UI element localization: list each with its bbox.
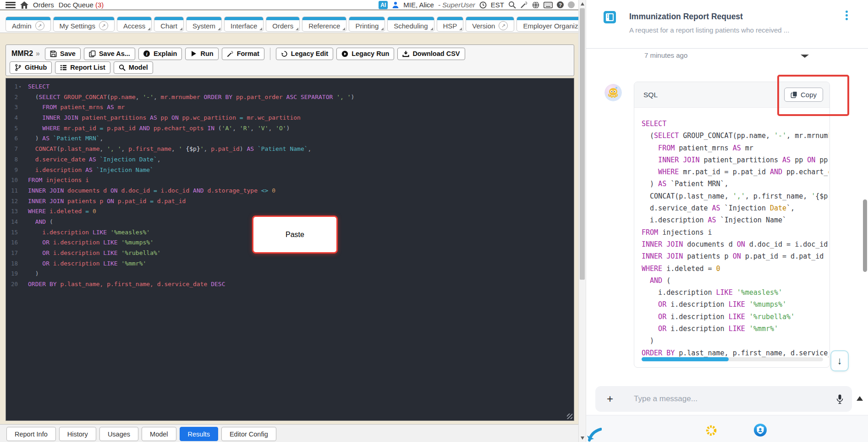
- keyboard-icon[interactable]: [544, 2, 553, 8]
- code-text: SELECT: [25, 82, 49, 92]
- breadcrumb-orders[interactable]: Orders: [33, 1, 54, 9]
- nav-tab-label: Employer Organizations: [523, 22, 578, 30]
- editor-line: 9 i.description AS `Injection Name`: [6, 165, 574, 176]
- nav-tab-reference[interactable]: Reference: [302, 17, 346, 32]
- assistant-sql-code: SELECT (SELECT GROUP_CONCAT(pp.name, '-'…: [642, 118, 829, 359]
- assistant-logo-icon[interactable]: [753, 423, 767, 437]
- nav-tab-label: Orders: [272, 22, 293, 30]
- wand-icon[interactable]: [520, 1, 528, 9]
- editor-line: 6 ) AS `Patient MRN`,: [6, 133, 574, 144]
- line-number: 17: [6, 248, 25, 259]
- nav-tab-version[interactable]: Version↗: [466, 17, 514, 32]
- code-language-label: SQL: [643, 91, 658, 99]
- message-input[interactable]: [634, 394, 836, 403]
- tab-usages[interactable]: Usages: [99, 427, 138, 441]
- collapse-caret-icon[interactable]: [801, 55, 809, 58]
- assistant-header: Immunization Report Request A request fo…: [586, 0, 868, 49]
- code-text: i.description LIKE '%measles%': [25, 227, 150, 238]
- undo-arrow-icon[interactable]: [586, 427, 602, 442]
- scroll-to-bottom-button[interactable]: ↓: [830, 350, 849, 371]
- explain-button[interactable]: iExplain: [138, 48, 182, 60]
- expand-caret-icon[interactable]: [857, 396, 863, 401]
- nav-tab-label: Reference: [308, 22, 340, 30]
- assistant-title: Immunization Report Request: [629, 12, 743, 22]
- legacy-run-button[interactable]: Legacy Run: [336, 48, 394, 60]
- nav-tab-access[interactable]: Access: [117, 17, 152, 32]
- nav-tab-orders[interactable]: Orders: [266, 17, 300, 32]
- fold-caret-icon[interactable]: ▾: [19, 82, 23, 92]
- code-text: OR i.description LIKE '%rubella%': [25, 248, 161, 259]
- user-name: MIE, Alice: [403, 1, 434, 9]
- resize-grip-icon[interactable]: [567, 414, 572, 419]
- add-attachment-button[interactable]: +: [604, 392, 615, 405]
- nav-tab-employer-organizations[interactable]: Employer Organizations↗: [516, 17, 578, 32]
- breadcrumb-doc-queue[interactable]: Doc Queue (3): [59, 1, 104, 9]
- sun-gear-icon[interactable]: [705, 424, 718, 437]
- code-text: FROM patient_mrns AS mr: [25, 102, 125, 113]
- scroll-up-icon[interactable]: [581, 2, 584, 6]
- history-icon: [281, 50, 288, 57]
- tab-history[interactable]: History: [59, 427, 96, 441]
- scrollbar-thumb[interactable]: [642, 357, 729, 361]
- code-text: OR i.description LIKE '%mumps%': [25, 238, 154, 248]
- editor-line: 1▾SELECT: [6, 82, 574, 92]
- format-button[interactable]: Format: [222, 48, 264, 60]
- editor-lines: 1▾SELECT2 (SELECT GROUP_CONCAT(pp.name, …: [6, 82, 574, 290]
- save-as-button[interactable]: Save As...: [84, 48, 135, 60]
- nav-tab-label: Printing: [355, 22, 379, 30]
- code-text: OR i.description LIKE '%mmr%': [25, 259, 146, 269]
- avatar-placeholder-icon[interactable]: [568, 1, 575, 8]
- tab-report-info[interactable]: Report Info: [6, 427, 56, 441]
- nav-tab-my-settings[interactable]: My Settings↗: [53, 17, 115, 32]
- github-button[interactable]: GitHub: [10, 61, 52, 74]
- microphone-icon[interactable]: [836, 394, 844, 404]
- editor-line: 8 d.service_date AS `Injection Date`,: [6, 155, 574, 165]
- module-tab-bar: Admin↗My Settings↗AccessChartSystemInter…: [0, 11, 578, 33]
- model-button[interactable]: Model: [114, 61, 153, 74]
- legacy-edit-button[interactable]: Legacy Edit: [276, 48, 333, 60]
- search-icon[interactable]: [508, 1, 516, 9]
- help-icon[interactable]: ?: [557, 1, 564, 8]
- nav-tab-printing[interactable]: Printing: [349, 17, 385, 32]
- nav-tab-hsp[interactable]: HSP: [437, 17, 464, 32]
- run-button[interactable]: Run: [185, 48, 218, 60]
- message-timestamp: 7 minutes ago: [644, 51, 687, 59]
- bottom-tab-bar: Report InfoHistoryUsagesModelResultsEdit…: [0, 424, 578, 442]
- save-button[interactable]: Save: [45, 48, 81, 60]
- editor-line: 20ORDER BY p.last_name, p.first_name, d.…: [6, 279, 574, 290]
- scroll-down-icon[interactable]: [581, 436, 584, 440]
- editor-line: 12INNER JOIN patients p ON p.pat_id = d.…: [6, 196, 574, 207]
- nav-tab-label: Version: [472, 22, 495, 30]
- tab-results[interactable]: Results: [180, 427, 218, 441]
- download-csv-button[interactable]: Download CSV: [397, 48, 465, 60]
- report-list-button[interactable]: Report List: [55, 61, 110, 74]
- nav-tab-interface[interactable]: Interface: [224, 17, 264, 32]
- nav-tab-scheduling[interactable]: Scheduling: [387, 17, 434, 32]
- nav-tab-chart[interactable]: Chart: [154, 17, 184, 32]
- paste-button[interactable]: Paste: [252, 215, 338, 254]
- tab-model[interactable]: Model: [142, 427, 176, 441]
- page-scrollbar[interactable]: [578, 0, 586, 442]
- code-text: ) AS `Patient MRN`,: [25, 133, 103, 144]
- home-icon[interactable]: [20, 1, 28, 9]
- code-horizontal-scrollbar[interactable]: [642, 357, 823, 361]
- kebab-menu-icon[interactable]: [846, 11, 848, 22]
- globe-icon[interactable]: [532, 1, 539, 9]
- nav-tab-label: Chart: [160, 22, 177, 30]
- tab-editor-config[interactable]: Editor Config: [221, 427, 276, 441]
- ai-badge[interactable]: AI: [379, 1, 388, 9]
- panel-scrollbar-thumb[interactable]: [863, 199, 867, 272]
- code-text: WHERE mr.pat_id = p.pat_id AND pp.echart…: [25, 123, 290, 134]
- scrollbar-thumb[interactable]: [580, 8, 585, 280]
- code-text: d.service_date AS `Injection Date`,: [25, 155, 161, 165]
- menu-icon[interactable]: [5, 2, 16, 8]
- line-number: 3: [6, 102, 25, 113]
- toolbar-row-2: GitHubReport ListModel: [10, 61, 570, 74]
- code-text: CONCAT(p.last_name, ', ', p.first_name, …: [25, 144, 311, 155]
- copy-button[interactable]: Copy: [784, 88, 823, 102]
- editor-line: 7 CONCAT(p.last_name, ', ', p.first_name…: [6, 144, 574, 155]
- list-icon: [60, 64, 67, 71]
- report-name[interactable]: MMR2»: [11, 50, 40, 58]
- nav-tab-admin[interactable]: Admin↗: [5, 17, 51, 32]
- nav-tab-system[interactable]: System: [186, 17, 222, 32]
